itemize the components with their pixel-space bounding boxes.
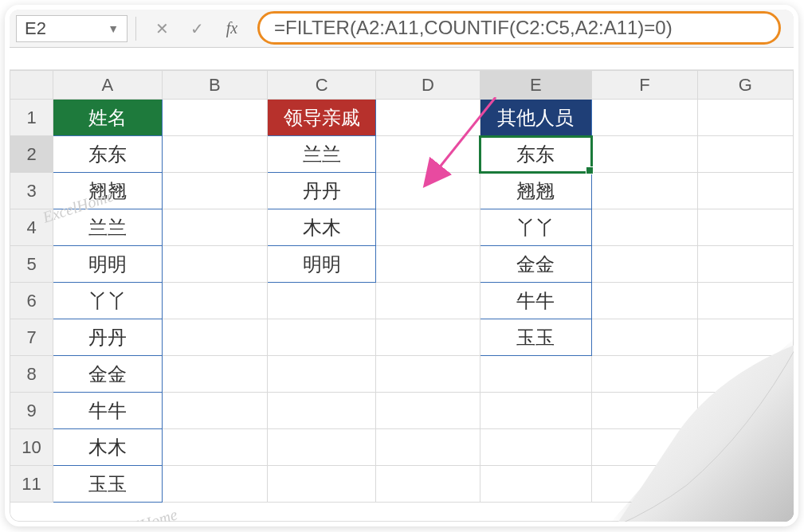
name-box[interactable]: E2 ▼ [16,15,127,42]
row-header-3[interactable]: 3 [10,173,53,209]
cell-A6[interactable]: 丫丫 [53,283,162,319]
cell-G7[interactable] [697,319,793,356]
cell-D3[interactable] [376,173,480,209]
cell-A9[interactable]: 牛牛 [53,393,162,429]
cell-B9[interactable] [162,393,267,429]
cell-A1[interactable]: 姓名 [53,100,162,136]
cell-C5[interactable]: 明明 [267,246,375,283]
cell-B8[interactable] [162,356,267,393]
cancel-button[interactable]: ✕ [144,15,179,42]
row-header-8[interactable]: 8 [10,356,53,393]
cell-E5[interactable]: 金金 [480,246,591,283]
col-header-G[interactable]: G [697,71,793,100]
cell-B5[interactable] [162,246,267,283]
cell-E7[interactable]: 玉玉 [480,319,591,356]
cell-F7[interactable] [592,319,697,356]
cell-G2[interactable] [697,136,793,173]
cell-G5[interactable] [697,246,793,283]
cell-C1[interactable]: 领导亲戚 [267,100,375,136]
enter-button[interactable]: ✓ [179,15,214,42]
col-header-B[interactable]: B [162,71,267,100]
cell-B1[interactable] [162,100,267,136]
cell-G4[interactable] [697,209,793,246]
cell-F8[interactable] [592,356,697,393]
cell-F6[interactable] [592,283,697,319]
cell-A8[interactable]: 金金 [53,356,162,393]
row-header-1[interactable]: 1 [10,100,53,136]
cell-F1[interactable] [592,100,697,136]
cell-D8[interactable] [376,356,480,393]
row-header-2[interactable]: 2 [10,136,53,173]
cell-C10[interactable] [267,429,375,466]
row-header-4[interactable]: 4 [10,209,53,246]
cell-G10[interactable] [697,429,793,466]
cell-F3[interactable] [592,173,697,209]
cell-B4[interactable] [162,209,267,246]
col-header-F[interactable]: F [592,71,697,100]
cell-G9[interactable] [697,393,793,429]
chevron-down-icon[interactable]: ▼ [108,22,119,35]
row-header-9[interactable]: 9 [10,393,53,429]
cell-F4[interactable] [592,209,697,246]
select-all-corner[interactable] [10,71,53,100]
col-header-C[interactable]: C [267,71,375,100]
cell-G3[interactable] [697,173,793,209]
cell-A3[interactable]: 翘翘 [53,173,162,209]
cell-E9[interactable] [480,393,591,429]
cell-D5[interactable] [376,246,480,283]
row-header-10[interactable]: 10 [10,429,53,466]
row-header-6[interactable]: 6 [10,283,53,319]
spreadsheet-grid[interactable]: A B C D E F G 1 姓名 领导亲戚 其他人员 2 东东 [10,70,794,503]
cell-C6[interactable] [267,283,375,319]
cell-C11[interactable] [267,466,375,503]
cell-D4[interactable] [376,209,480,246]
col-header-E[interactable]: E [480,71,591,100]
row-header-7[interactable]: 7 [10,319,53,356]
cell-C4[interactable]: 木木 [267,209,375,246]
cell-G11[interactable] [697,466,793,503]
cell-D6[interactable] [376,283,480,319]
cell-D7[interactable] [376,319,480,356]
cell-F11[interactable] [592,466,697,503]
cell-A10[interactable]: 木木 [53,429,162,466]
col-header-D[interactable]: D [376,71,480,100]
cell-C8[interactable] [267,356,375,393]
cell-D9[interactable] [376,393,480,429]
cell-E8[interactable] [480,356,591,393]
cell-B3[interactable] [162,173,267,209]
cell-F2[interactable] [592,136,697,173]
cell-E2-active[interactable]: 东东 [480,136,591,173]
row-header-11[interactable]: 11 [10,466,53,503]
cell-E1[interactable]: 其他人员 [480,100,591,136]
cell-G1[interactable] [697,100,793,136]
cell-A11[interactable]: 玉玉 [53,466,162,503]
cell-A4[interactable]: 兰兰 [53,209,162,246]
cell-C3[interactable]: 丹丹 [267,173,375,209]
formula-input[interactable]: =FILTER(A2:A11,COUNTIF(C2:C5,A2:A11)=0) [257,11,781,45]
row-header-5[interactable]: 5 [10,246,53,283]
cell-G8[interactable] [697,356,793,393]
cell-B2[interactable] [162,136,267,173]
cell-E11[interactable] [480,466,591,503]
cell-E4[interactable]: 丫丫 [480,209,591,246]
cell-F5[interactable] [592,246,697,283]
cell-F9[interactable] [592,393,697,429]
col-header-A[interactable]: A [53,71,162,100]
cell-B6[interactable] [162,283,267,319]
cell-E3[interactable]: 翘翘 [480,173,591,209]
cell-D10[interactable] [376,429,480,466]
cell-C7[interactable] [267,319,375,356]
cell-A7[interactable]: 丹丹 [53,319,162,356]
cell-G6[interactable] [697,283,793,319]
cell-B10[interactable] [162,429,267,466]
fx-button[interactable]: fx [214,15,249,42]
cell-F10[interactable] [592,429,697,466]
cell-D1[interactable] [376,100,480,136]
cell-A2[interactable]: 东东 [53,136,162,173]
cell-E6[interactable]: 牛牛 [480,283,591,319]
cell-B11[interactable] [162,466,267,503]
cell-E10[interactable] [480,429,591,466]
cell-C9[interactable] [267,393,375,429]
cell-D2[interactable] [376,136,480,173]
cell-D11[interactable] [376,466,480,503]
